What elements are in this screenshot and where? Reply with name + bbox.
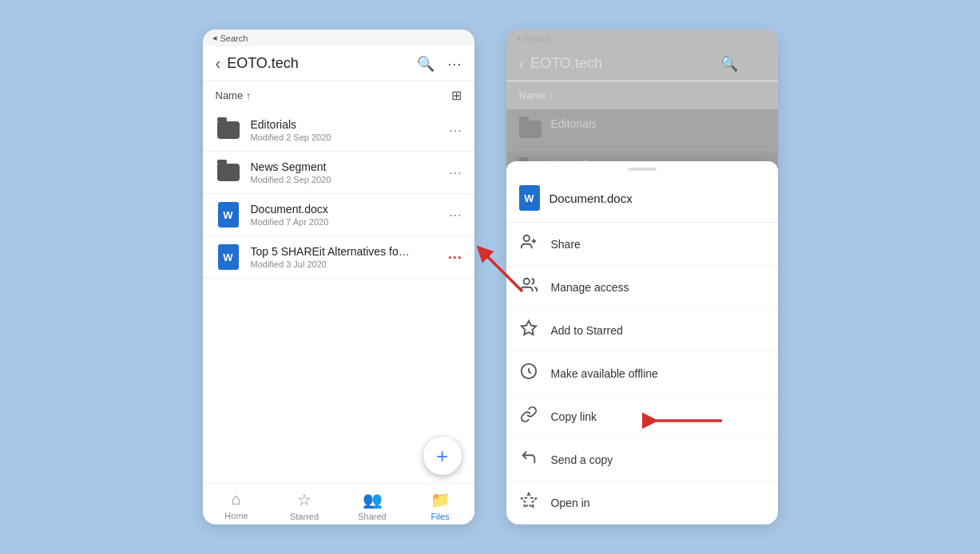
- file-name: News Segment: [251, 160, 411, 173]
- bottom-nav-left: ⌂ Home ☆ Starred 👥 Shared 📁 Files: [203, 483, 474, 524]
- send-copy-label: Send a copy: [551, 453, 613, 466]
- list-item[interactable]: News Segment Modified 2 Sep 2020 ⋯: [203, 152, 474, 194]
- nav-starred-label: Starred: [290, 512, 319, 521]
- back-button-left[interactable]: ‹: [216, 54, 221, 73]
- sort-label-right: Name ↑: [519, 89, 555, 101]
- open-in-icon: [519, 492, 538, 513]
- fab-button[interactable]: +: [423, 437, 462, 475]
- svg-point-1: [523, 235, 529, 241]
- add-starred-label: Add to Starred: [551, 324, 623, 337]
- file-name: Editorials: [251, 118, 411, 131]
- header-right: ‹ EOTO.tech 🔍 ⋯: [506, 46, 778, 81]
- context-menu-header: W Document.docx: [506, 174, 778, 223]
- nav-home[interactable]: ⌂ Home: [203, 490, 271, 521]
- search-label-right: Search: [524, 34, 552, 43]
- plus-icon: +: [436, 444, 448, 469]
- manage-access-menu-item[interactable]: Manage access: [506, 266, 778, 309]
- sort-label-left[interactable]: Name ↑: [216, 89, 252, 101]
- send-copy-menu-item[interactable]: Send a copy: [506, 438, 778, 481]
- copy-link-label: Copy link: [551, 410, 597, 423]
- grid-icon-left[interactable]: ⊞: [451, 88, 462, 103]
- shared-icon: 👥: [363, 490, 383, 509]
- star-icon: [519, 319, 538, 341]
- dim-file-name: Editorials: [551, 117, 711, 130]
- link-icon: [519, 406, 538, 427]
- back-arrow-search-left[interactable]: ◂: [212, 33, 217, 43]
- starred-icon: ☆: [297, 490, 311, 509]
- more-icon-right: ⋯: [751, 55, 765, 73]
- nav-starred[interactable]: ☆ Starred: [271, 490, 339, 521]
- offline-icon: [519, 362, 538, 384]
- copy-link-menu-item[interactable]: Copy link: [506, 395, 778, 438]
- nav-shared-label: Shared: [358, 512, 386, 521]
- file-date: Modified 2 Sep 2020: [251, 133, 439, 142]
- word-icon: W: [216, 202, 241, 228]
- more-icon-left[interactable]: ⋯: [447, 55, 462, 73]
- header-title-left: EOTO.tech: [227, 55, 403, 72]
- file-date: Modified 3 Jul 2020: [251, 259, 438, 269]
- list-item-dim: Editorials Modified 2 Sep 2020 ⋯: [506, 109, 778, 150]
- manage-access-label: Manage access: [551, 281, 629, 294]
- send-copy-icon: [519, 449, 538, 470]
- search-bar-right: ◂ Search: [506, 30, 778, 46]
- more-btn-dim: ⋯: [752, 122, 765, 137]
- header-title-right: EOTO.tech: [530, 55, 707, 72]
- svg-point-4: [523, 279, 529, 284]
- file-info: Top 5 SHAREit Alternatives for iOS and..…: [251, 245, 438, 269]
- drag-handle-area: [506, 161, 778, 174]
- offline-label: Make available offline: [551, 367, 658, 380]
- file-list-left: Editorials Modified 2 Sep 2020 ⋯ News Se…: [203, 109, 474, 483]
- header-left: ‹ EOTO.tech 🔍 ⋯: [203, 46, 474, 81]
- add-starred-menu-item[interactable]: Add to Starred: [506, 309, 778, 352]
- file-date: Modified 2 Sep 2020: [251, 175, 439, 184]
- files-icon: 📁: [430, 490, 450, 509]
- manage-access-icon: [519, 276, 538, 298]
- more-options-button[interactable]: ⋯: [449, 165, 462, 180]
- context-word-icon: W: [519, 185, 540, 211]
- more-options-button[interactable]: ⋯: [449, 123, 462, 138]
- nav-files[interactable]: 📁 Files: [407, 490, 474, 521]
- offline-menu-item[interactable]: Make available offline: [506, 352, 778, 395]
- share-menu-item[interactable]: Share: [506, 223, 778, 266]
- file-date: Modified 7 Apr 2020: [251, 217, 439, 227]
- home-icon: ⌂: [232, 490, 241, 508]
- right-panel: ◂ Search ‹ EOTO.tech 🔍 ⋯ Name ↑ ⊞ Editor…: [506, 30, 778, 524]
- svg-marker-5: [521, 321, 535, 334]
- file-name: Document.docx: [251, 203, 411, 216]
- list-item[interactable]: W Document.docx Modified 7 Apr 2020 ⋯: [203, 194, 474, 236]
- open-in-label: Open in: [551, 497, 590, 509]
- context-menu-title: Document.docx: [550, 192, 633, 205]
- nav-home-label: Home: [224, 511, 248, 520]
- context-menu: W Document.docx Share: [506, 161, 778, 524]
- search-icon-right: 🔍: [720, 55, 738, 73]
- sort-bar-right: Name ↑ ⊞: [506, 81, 778, 109]
- file-info: News Segment Modified 2 Sep 2020: [251, 160, 439, 184]
- search-bar-left: ◂ Search: [203, 30, 474, 46]
- share-label: Share: [551, 238, 581, 251]
- file-info: Document.docx Modified 7 Apr 2020: [251, 203, 439, 227]
- more-options-button[interactable]: ⋯: [449, 208, 462, 223]
- folder-icon-dim: [519, 121, 542, 138]
- nav-shared[interactable]: 👥 Shared: [339, 490, 407, 521]
- list-item[interactable]: Editorials Modified 2 Sep 2020 ⋯: [203, 109, 474, 152]
- folder-icon: [216, 160, 241, 185]
- back-button-right: ‹: [519, 54, 525, 73]
- file-info: Editorials Modified 2 Sep 2020: [251, 118, 439, 142]
- sort-bar-left: Name ↑ ⊞: [203, 81, 474, 109]
- search-label-left: Search: [220, 34, 248, 43]
- list-item[interactable]: W Top 5 SHAREit Alternatives for iOS and…: [203, 236, 474, 279]
- drag-handle: [628, 168, 657, 171]
- back-arrow-search-right: ◂: [516, 33, 521, 43]
- file-name: Top 5 SHAREit Alternatives for iOS and..…: [251, 245, 411, 258]
- more-options-button[interactable]: ⋯: [447, 248, 462, 266]
- open-in-menu-item[interactable]: Open in: [506, 481, 778, 524]
- svg-marker-7: [521, 493, 535, 507]
- search-icon-left[interactable]: 🔍: [417, 55, 434, 73]
- word-icon: W: [216, 244, 241, 270]
- grid-icon-right: ⊞: [755, 88, 765, 103]
- folder-icon: [216, 117, 241, 143]
- nav-files-label: Files: [430, 512, 449, 521]
- dim-file-date: Modified 2 Sep 2020: [551, 132, 743, 141]
- share-icon: [519, 233, 538, 255]
